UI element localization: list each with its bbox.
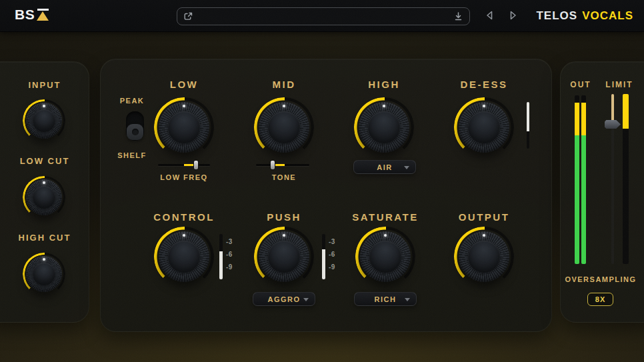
peak-shelf-toggle[interactable] [126, 111, 144, 141]
meter-tick: -3 [329, 238, 335, 245]
oversampling-button[interactable]: 8X [587, 293, 613, 306]
chevron-down-icon [405, 298, 410, 301]
meter-tick: -9 [226, 263, 233, 271]
chevron-down-icon [404, 166, 409, 169]
mid-label: MID [273, 79, 296, 90]
deess-knob[interactable] [459, 102, 509, 153]
saturate-label: SATURATE [352, 211, 418, 223]
chevron-down-icon [303, 298, 309, 301]
input-label: INPUT [29, 80, 61, 90]
slider-thumb[interactable] [193, 160, 199, 170]
tone-slider[interactable] [256, 160, 309, 170]
low-cut-knob[interactable] [26, 179, 62, 215]
topbar: BS [0, 0, 644, 32]
mid-knob[interactable] [259, 102, 309, 153]
high-cut-label: HIGH CUT [19, 233, 71, 243]
low-freq-slider[interactable] [158, 160, 210, 170]
low-label: LOW [170, 79, 199, 90]
out-label: OUT [570, 80, 591, 89]
left-panel: INPUT LOW CUT HIGH CUT [0, 61, 89, 323]
meter-tick: -6 [329, 251, 335, 258]
push-label: PUSH [267, 211, 301, 223]
triangle-left-icon [485, 10, 495, 21]
bsa-logo-text: BS [15, 7, 35, 23]
high-knob[interactable] [359, 102, 409, 153]
knob-indicator [43, 105, 45, 107]
plugin-window: BS [0, 0, 644, 362]
push-gain-meter [322, 234, 325, 279]
brand-logo: TELOS VOCALS [536, 9, 633, 23]
next-preset-button[interactable] [508, 10, 518, 23]
dropdown-value: AGGRO [267, 295, 300, 303]
push-knob[interactable] [259, 231, 309, 282]
triangle-right-icon [508, 10, 518, 21]
download-icon[interactable] [453, 11, 463, 21]
high-cut-knob[interactable] [26, 256, 62, 292]
slider-thumb[interactable] [270, 160, 275, 170]
limit-label: LIMIT [605, 80, 633, 89]
high-label: HIGH [368, 79, 400, 90]
preset-browser[interactable] [177, 7, 470, 25]
control-label: CONTROL [153, 211, 215, 223]
low-knob[interactable] [159, 102, 209, 153]
high-mode-dropdown[interactable]: AIR [353, 160, 416, 174]
brand-vocals: VOCALS [582, 9, 633, 23]
deess-label: DE-ESS [461, 79, 508, 90]
meter-tick: -3 [226, 238, 233, 245]
knob-indicator [43, 258, 45, 261]
output-knob[interactable] [459, 231, 509, 282]
limit-slider[interactable] [611, 94, 614, 264]
bsa-triangle-icon [36, 7, 51, 22]
right-panel: OUT LIMIT OVERSAMPLING 8X [560, 61, 644, 323]
tone-label: TONE [272, 173, 296, 181]
peak-label: PEAK [120, 97, 145, 105]
saturate-knob[interactable] [360, 231, 411, 282]
previous-preset-button[interactable] [485, 10, 495, 23]
output-label: OUTPUT [459, 211, 510, 223]
oversampling-label: OVERSAMPLING [565, 275, 636, 283]
meter-tick: -9 [329, 263, 335, 271]
limit-slider-thumb[interactable] [605, 120, 621, 129]
low-freq-label: LOW FREQ [160, 173, 207, 181]
low-cut-label: LOW CUT [20, 156, 70, 166]
bsa-logo: BS [15, 7, 51, 23]
out-meter-left [575, 95, 579, 264]
control-knob[interactable] [159, 231, 209, 282]
out-meter-right [581, 95, 586, 264]
push-mode-dropdown[interactable]: AGGRO [253, 292, 315, 306]
limit-meter [623, 94, 629, 264]
export-icon[interactable] [183, 11, 193, 21]
toggle-handle[interactable] [127, 124, 143, 140]
meter-tick: -6 [226, 251, 233, 258]
control-gain-meter [219, 234, 223, 279]
dropdown-value: RICH [375, 295, 397, 303]
deess-reduction-meter [527, 102, 529, 149]
knob-indicator [43, 181, 45, 184]
saturate-mode-dropdown[interactable]: RICH [354, 292, 417, 306]
main-panel: PEAK SHELF LOW LOW FREQ MID [100, 59, 552, 332]
shelf-label: SHELF [117, 151, 147, 159]
dropdown-value: AIR [377, 163, 392, 171]
brand-telos: TELOS [536, 9, 577, 23]
input-knob[interactable] [26, 103, 62, 139]
preset-name-input[interactable] [199, 8, 448, 25]
